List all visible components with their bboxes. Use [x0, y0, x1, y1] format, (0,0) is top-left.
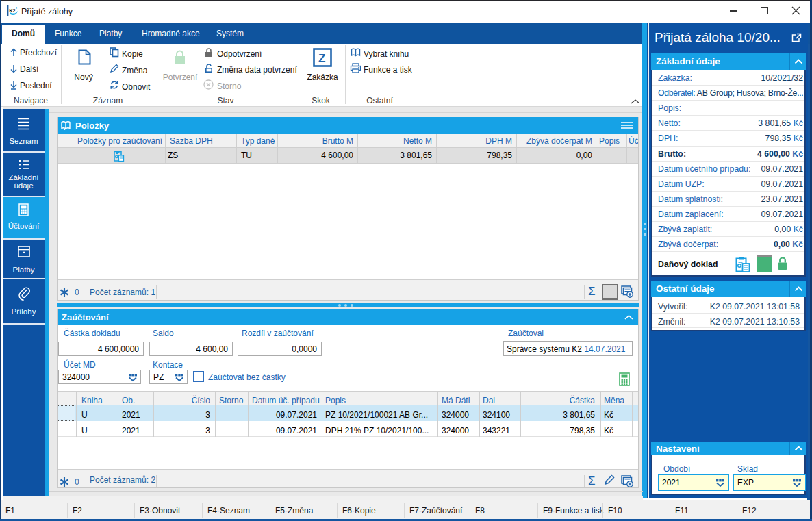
svg-text:K2: K2 [9, 8, 16, 14]
svg-text:Z: Z [318, 52, 325, 65]
